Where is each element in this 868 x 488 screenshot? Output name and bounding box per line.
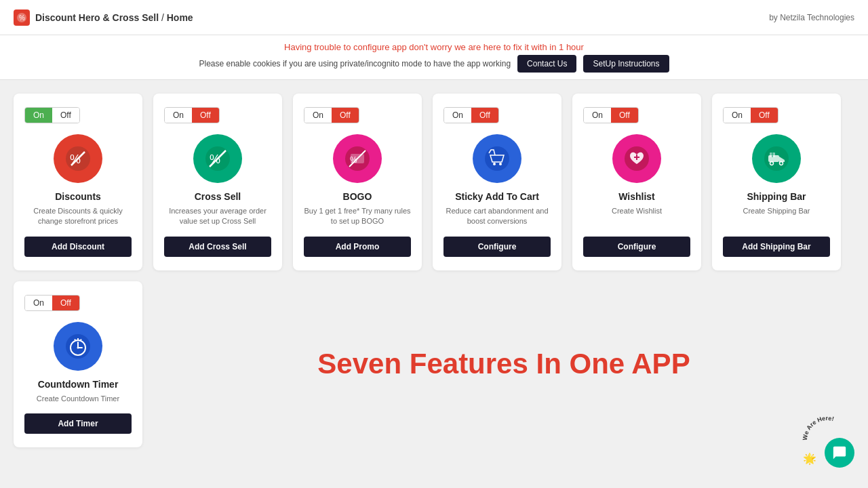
add-discount-button[interactable]: Add Discount bbox=[24, 237, 132, 257]
bogo-icon-circle: % bbox=[333, 134, 382, 183]
sticky-add-to-cart-card: On Off Sticky Add To Cart Reduce cart ab… bbox=[433, 94, 561, 270]
cross-sell-desc: Increases your average order value set u… bbox=[164, 206, 271, 227]
app-header: % Discount Hero & Cross Sell / Home by N… bbox=[0, 0, 868, 35]
app-logo: % bbox=[14, 9, 30, 26]
sticky-toggle-on[interactable]: On bbox=[444, 108, 471, 123]
wishlist-toggle[interactable]: On Off bbox=[583, 107, 639, 123]
add-timer-button[interactable]: Add Timer bbox=[24, 413, 132, 434]
notice-line1: Having trouble to configure app don't wo… bbox=[14, 42, 854, 52]
svg-point-11 bbox=[493, 163, 496, 165]
header-title: Discount Hero & Cross Sell / Home bbox=[35, 12, 193, 23]
svg-point-19 bbox=[780, 162, 783, 165]
wishlist-toggle-off[interactable]: Off bbox=[611, 108, 638, 123]
sticky-title: Sticky Add To Cart bbox=[455, 191, 539, 202]
bogo-toggle-on[interactable]: On bbox=[304, 108, 332, 123]
shipping-icon-circle bbox=[752, 134, 801, 183]
wishlist-configure-button[interactable]: Configure bbox=[583, 237, 690, 257]
countdown-toggle[interactable]: On Off bbox=[24, 295, 80, 311]
svg-point-12 bbox=[499, 163, 502, 165]
discounts-toggle-off[interactable]: Off bbox=[52, 108, 79, 123]
main-content: On Off % Discounts Create Discounts & qu… bbox=[0, 80, 868, 461]
discounts-title: Discounts bbox=[55, 191, 101, 202]
bogo-desc: Buy 1 get 1 free* Try many rules to set … bbox=[304, 206, 411, 227]
svg-text:%: % bbox=[19, 14, 25, 22]
bogo-toggle[interactable]: On Off bbox=[304, 107, 359, 123]
cross-sell-toggle-off[interactable]: Off bbox=[192, 108, 219, 123]
countdown-timer-card: On Off Countdown Timer Create Countdown … bbox=[14, 281, 142, 447]
add-cross-sell-button[interactable]: Add Cross Sell bbox=[164, 237, 271, 257]
we-are-here-widget: We Are Here! 🌟 bbox=[800, 413, 854, 468]
big-text-area: Seven Features In One APP bbox=[153, 281, 854, 447]
we-are-here-emoji: 🌟 bbox=[803, 452, 816, 465]
discounts-toggle[interactable]: On Off bbox=[24, 107, 80, 123]
svg-point-18 bbox=[770, 162, 774, 165]
sticky-toggle-off[interactable]: Off bbox=[471, 108, 498, 123]
cross-sell-card: On Off % Cross Sell Increases your avera… bbox=[153, 94, 282, 270]
bogo-card: On Off % BOGO Buy 1 get 1 free* Try many… bbox=[293, 94, 422, 270]
shipping-bar-card: On Off Shipping Bar Create Shipping Bar … bbox=[712, 94, 841, 270]
bogo-title: BOGO bbox=[343, 191, 372, 202]
cross-sell-icon-circle: % bbox=[193, 134, 242, 183]
discounts-icon-circle: % bbox=[54, 134, 102, 183]
cards-row-second: On Off Countdown Timer Create Countdown … bbox=[14, 281, 854, 447]
shipping-title: Shipping Bar bbox=[747, 191, 806, 202]
wishlist-desc: Create Wishlist bbox=[612, 206, 662, 227]
countdown-desc: Create Countdown Timer bbox=[37, 394, 119, 404]
shipping-toggle-on[interactable]: On bbox=[724, 108, 751, 123]
bogo-toggle-off[interactable]: Off bbox=[332, 108, 359, 123]
countdown-title: Countdown Timer bbox=[38, 379, 119, 390]
discounts-card: On Off % Discounts Create Discounts & qu… bbox=[14, 94, 142, 270]
add-shipping-bar-button[interactable]: Add Shipping Bar bbox=[723, 237, 830, 257]
discounts-desc: Create Discounts & quickly change storef… bbox=[24, 206, 132, 227]
countdown-toggle-off[interactable]: Off bbox=[52, 296, 79, 310]
header-left: % Discount Hero & Cross Sell / Home bbox=[14, 9, 193, 26]
wishlist-card: On Off Wishlist Create Wishlist Configur… bbox=[572, 94, 701, 270]
sticky-desc: Reduce cart abandonment and boost conver… bbox=[443, 206, 551, 227]
cards-row-top: On Off % Discounts Create Discounts & qu… bbox=[14, 94, 854, 270]
svg-point-29 bbox=[77, 346, 79, 348]
cross-sell-title: Cross Sell bbox=[195, 191, 241, 202]
notice-banner: Having trouble to configure app don't wo… bbox=[0, 35, 868, 80]
shipping-toggle-off[interactable]: Off bbox=[751, 108, 778, 123]
sticky-configure-button[interactable]: Configure bbox=[443, 237, 551, 257]
big-text: Seven Features In One APP bbox=[317, 348, 690, 380]
svg-text:We Are Here!: We Are Here! bbox=[802, 415, 835, 441]
sticky-toggle[interactable]: On Off bbox=[443, 107, 499, 123]
wishlist-icon-circle bbox=[612, 134, 661, 183]
cross-sell-toggle-on[interactable]: On bbox=[165, 108, 192, 123]
wishlist-title: Wishlist bbox=[618, 191, 655, 202]
setup-instructions-button[interactable]: SetUp Instructions bbox=[583, 55, 669, 73]
countdown-icon-circle bbox=[54, 322, 102, 371]
cross-sell-toggle[interactable]: On Off bbox=[164, 107, 220, 123]
countdown-toggle-on[interactable]: On bbox=[25, 296, 52, 310]
shipping-toggle[interactable]: On Off bbox=[723, 107, 778, 123]
shipping-desc: Create Shipping Bar bbox=[743, 206, 810, 227]
wishlist-toggle-on[interactable]: On bbox=[584, 108, 611, 123]
we-are-here-chat-button[interactable] bbox=[825, 438, 854, 468]
add-promo-button[interactable]: Add Promo bbox=[304, 237, 411, 257]
discounts-toggle-on[interactable]: On bbox=[25, 108, 52, 123]
sticky-icon-circle bbox=[473, 134, 521, 183]
contact-us-button[interactable]: Contact Us bbox=[517, 55, 576, 73]
header-by: by Netzila Technologies bbox=[769, 13, 854, 22]
svg-point-10 bbox=[485, 146, 509, 171]
notice-line2: Please enable cookies if you are using p… bbox=[14, 55, 854, 73]
